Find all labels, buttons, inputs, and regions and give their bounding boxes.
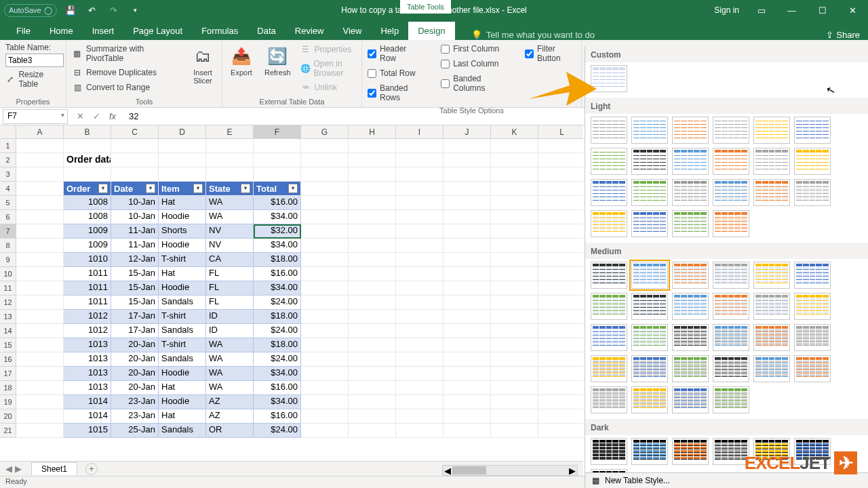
cell[interactable] — [538, 224, 583, 239]
cell[interactable]: 1014 — [64, 395, 111, 409]
table-style-swatch[interactable] — [591, 293, 627, 320]
col-header[interactable]: J — [443, 125, 491, 138]
col-header[interactable]: K — [491, 125, 538, 138]
cell[interactable]: 11-Jan — [111, 239, 159, 253]
cell[interactable]: T-shirt — [159, 310, 206, 324]
cell[interactable]: 17-Jan — [111, 324, 159, 338]
cell[interactable]: WA — [206, 210, 254, 224]
cell[interactable]: 1015 — [64, 424, 111, 438]
summarize-pivot-button[interactable]: ▦Summarize with PivotTable — [72, 43, 182, 64]
cell[interactable] — [16, 239, 64, 253]
col-header[interactable]: B — [64, 125, 111, 138]
cell[interactable] — [301, 381, 349, 395]
worksheet-grid[interactable]: ABCDEFGHIJKL 123456789101112131415161718… — [0, 125, 583, 461]
cell[interactable]: Shorts — [159, 224, 206, 239]
cell[interactable] — [301, 367, 349, 381]
cell[interactable] — [538, 196, 583, 210]
cell[interactable] — [301, 167, 349, 182]
col-header[interactable]: F — [254, 125, 301, 138]
cell[interactable] — [491, 367, 538, 381]
cell[interactable] — [396, 352, 443, 367]
cell[interactable]: Total▾ — [254, 182, 301, 196]
cell[interactable]: Item▾ — [159, 182, 206, 196]
cell[interactable] — [349, 196, 396, 210]
cell[interactable] — [491, 338, 538, 352]
save-icon[interactable]: 💾 — [62, 2, 79, 18]
cell[interactable] — [396, 409, 443, 424]
cell[interactable]: 1011 — [64, 281, 111, 296]
cell[interactable]: AZ — [206, 395, 254, 409]
row-header[interactable]: 17 — [0, 367, 16, 381]
tab-view[interactable]: View — [333, 22, 371, 40]
tell-me-search[interactable]: 💡Tell me what you want to do — [471, 30, 595, 40]
row-header[interactable]: 7 — [0, 224, 16, 239]
cell[interactable] — [301, 253, 349, 267]
table-style-swatch[interactable] — [713, 148, 749, 175]
table-style-swatch[interactable] — [672, 117, 709, 144]
tab-design[interactable]: Design — [408, 22, 454, 40]
cell[interactable] — [538, 409, 583, 424]
cell[interactable] — [443, 296, 491, 310]
row-header[interactable]: 4 — [0, 182, 16, 196]
cell[interactable] — [206, 167, 254, 182]
cell[interactable]: CA — [206, 253, 254, 267]
row-header[interactable]: 15 — [0, 338, 16, 352]
cell[interactable] — [16, 310, 64, 324]
cell[interactable]: 1011 — [64, 296, 111, 310]
cell[interactable]: 1012 — [64, 324, 111, 338]
cell[interactable] — [301, 182, 349, 196]
cell[interactable]: 1010 — [64, 253, 111, 267]
qat-customize-icon[interactable]: ▾ — [127, 2, 144, 18]
cell[interactable]: 10-Jan — [111, 196, 159, 210]
cell[interactable] — [16, 338, 64, 352]
cell[interactable] — [491, 139, 538, 153]
col-header[interactable]: E — [206, 125, 254, 138]
table-style-swatch[interactable] — [713, 179, 749, 206]
cell[interactable] — [16, 424, 64, 438]
cell[interactable]: $34.00 — [254, 210, 301, 224]
cell[interactable] — [396, 296, 443, 310]
cell[interactable]: 1013 — [64, 381, 111, 395]
table-style-swatch[interactable] — [631, 262, 668, 289]
cell[interactable] — [301, 210, 349, 224]
cell[interactable] — [443, 196, 491, 210]
cell[interactable] — [538, 338, 583, 352]
cell[interactable] — [491, 409, 538, 424]
row-header[interactable]: 12 — [0, 296, 16, 310]
cell[interactable]: Hoodie — [159, 239, 206, 253]
fx-icon[interactable]: fx — [104, 111, 121, 121]
table-style-swatch[interactable] — [794, 293, 831, 320]
enter-formula-icon[interactable]: ✓ — [88, 111, 104, 121]
cell[interactable] — [16, 324, 64, 338]
cell[interactable] — [396, 424, 443, 438]
cell[interactable]: 15-Jan — [111, 267, 159, 281]
cell[interactable] — [16, 267, 64, 281]
cell[interactable] — [538, 267, 583, 281]
cell[interactable] — [16, 253, 64, 267]
table-style-swatch[interactable] — [591, 148, 627, 175]
row-header[interactable]: 5 — [0, 196, 16, 210]
cell[interactable]: Hoodie — [159, 210, 206, 224]
cell[interactable] — [491, 381, 538, 395]
convert-range-button[interactable]: ▥Convert to Range — [72, 81, 182, 94]
cell[interactable]: $16.00 — [254, 381, 301, 395]
cell[interactable] — [443, 352, 491, 367]
cell[interactable]: 11-Jan — [111, 224, 159, 239]
cell[interactable]: WA — [206, 338, 254, 352]
tab-insert[interactable]: Insert — [83, 22, 124, 40]
cell[interactable]: 15-Jan — [111, 296, 159, 310]
chk-banded-cols[interactable]: Banded Columns — [441, 73, 509, 94]
table-style-swatch[interactable] — [713, 293, 749, 320]
table-style-swatch[interactable] — [794, 355, 831, 382]
filter-dropdown-icon[interactable]: ▾ — [98, 184, 108, 193]
row-header[interactable]: 10 — [0, 267, 16, 281]
table-style-swatch[interactable] — [591, 438, 627, 465]
maximize-icon[interactable]: ☐ — [807, 0, 837, 20]
cell[interactable]: Hoodie — [159, 367, 206, 381]
cell[interactable]: T-shirt — [159, 338, 206, 352]
col-header[interactable]: D — [159, 125, 206, 138]
cell[interactable] — [301, 196, 349, 210]
cell[interactable]: 1008 — [64, 196, 111, 210]
cell[interactable] — [301, 153, 349, 167]
cell[interactable]: Sandals — [159, 424, 206, 438]
